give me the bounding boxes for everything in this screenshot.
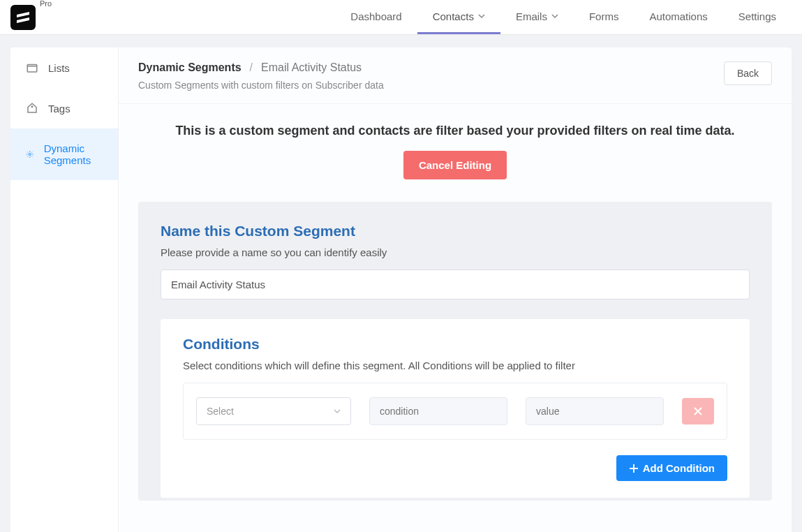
list-icon	[26, 61, 38, 74]
conditions-card: Conditions Select conditions which will …	[161, 319, 750, 498]
nav-label: Contacts	[433, 10, 474, 22]
breadcrumb-root[interactable]: Dynamic Segments	[138, 61, 242, 74]
app-logo[interactable]	[10, 5, 36, 30]
condition-field-select[interactable]: Select	[196, 397, 351, 425]
nav-automations[interactable]: Automations	[634, 0, 722, 34]
cancel-editing-button[interactable]: Cancel Editing	[403, 151, 507, 179]
sidebar-item-label: Tags	[48, 103, 70, 114]
plus-icon	[629, 464, 639, 473]
sidebar-item-lists[interactable]: Lists	[10, 47, 118, 88]
close-icon	[694, 407, 702, 415]
tag-icon	[26, 102, 38, 114]
nav-dashboard[interactable]: Dashboard	[335, 0, 417, 34]
back-button[interactable]: Back	[724, 61, 772, 85]
nav-forms[interactable]: Forms	[574, 0, 634, 34]
intro-panel: This is a custom segment and contacts ar…	[119, 104, 792, 186]
svg-point-2	[29, 154, 31, 156]
chevron-down-icon	[334, 408, 341, 415]
chevron-down-icon	[551, 13, 558, 20]
page-subtitle: Custom Segments with custom filters on S…	[138, 80, 724, 91]
nav-label: Forms	[589, 10, 619, 22]
remove-condition-button[interactable]	[682, 398, 714, 424]
top-bar: Pro Dashboard Contacts Emails Forms Auto…	[0, 0, 802, 35]
main-content: Dynamic Segments / Email Activity Status…	[119, 47, 792, 532]
sidebar-item-dynamic-segments[interactable]: Dynamic Segments	[10, 128, 118, 180]
condition-value-input[interactable]	[526, 397, 664, 425]
add-condition-label: Add Condition	[643, 462, 715, 474]
add-condition-button[interactable]: Add Condition	[616, 455, 727, 481]
intro-text: This is a custom segment and contacts ar…	[133, 124, 778, 138]
nav-emails[interactable]: Emails	[500, 0, 574, 34]
nav-label: Emails	[516, 10, 547, 22]
conditions-footer: Add Condition	[183, 455, 727, 481]
sidebar-item-label: Lists	[48, 62, 70, 74]
breadcrumb-current: Email Activity Status	[261, 61, 362, 74]
segment-name-input[interactable]	[161, 269, 750, 300]
pro-badge: Pro	[40, 0, 52, 8]
logo-icon	[15, 9, 31, 26]
brand: Pro	[10, 5, 52, 30]
page-body: Lists Tags Dynamic Segments Dynamic Segm…	[10, 47, 792, 532]
nav-contacts[interactable]: Contacts	[417, 0, 500, 34]
chevron-down-icon	[478, 13, 485, 20]
name-section-subtitle: Please provide a name so you can identif…	[161, 246, 750, 258]
condition-row: Select	[183, 383, 727, 440]
svg-point-1	[31, 106, 33, 108]
breadcrumb-separator: /	[250, 61, 253, 74]
name-section-title: Name this Custom Segment	[161, 223, 750, 239]
sidebar-item-tags[interactable]: Tags	[10, 88, 118, 128]
page-header: Dynamic Segments / Email Activity Status…	[119, 47, 792, 104]
nav-settings[interactable]: Settings	[723, 0, 792, 34]
segment-icon	[26, 148, 34, 161]
select-placeholder: Select	[207, 406, 234, 417]
conditions-subtitle: Select conditions which will define this…	[183, 360, 727, 371]
breadcrumb: Dynamic Segments / Email Activity Status	[138, 61, 724, 74]
condition-operator-input[interactable]	[369, 397, 507, 425]
top-nav: Dashboard Contacts Emails Forms Automati…	[335, 0, 792, 34]
nav-label: Automations	[649, 10, 707, 22]
conditions-title: Conditions	[183, 336, 727, 353]
nav-label: Dashboard	[350, 10, 401, 22]
nav-label: Settings	[738, 10, 776, 22]
segment-form: Name this Custom Segment Please provide …	[138, 202, 772, 501]
sidebar: Lists Tags Dynamic Segments	[10, 47, 119, 532]
sidebar-item-label: Dynamic Segments	[44, 142, 103, 166]
